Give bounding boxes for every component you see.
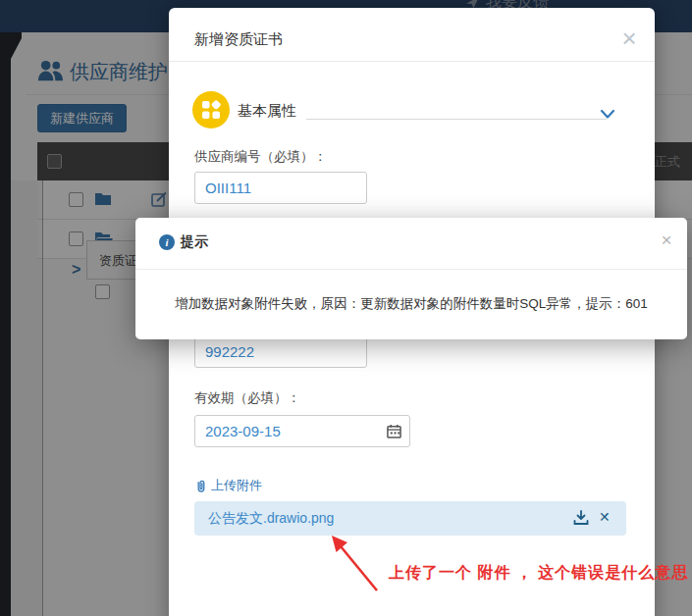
attachment-row: 公告发文.drawio.png ✕ — [194, 501, 626, 536]
valid-until-date-input[interactable] — [194, 415, 410, 447]
cert-no-input[interactable] — [194, 335, 367, 368]
info-icon: i — [159, 234, 175, 250]
calendar-icon[interactable] — [387, 424, 401, 438]
chevron-down-icon[interactable] — [600, 109, 615, 120]
supplier-no-label: 供应商编号（必填）： — [194, 148, 327, 166]
modal-header-divider — [169, 61, 655, 62]
paperclip-icon — [194, 479, 207, 492]
section-divider-line — [306, 119, 607, 120]
remove-attachment-icon[interactable]: ✕ — [599, 509, 611, 525]
modal-close-icon[interactable]: × — [615, 26, 643, 53]
upload-attachment-link[interactable]: 上传附件 — [194, 477, 262, 494]
alert-title: 提示 — [181, 233, 208, 251]
attachment-file-name[interactable]: 公告发文.drawio.png — [208, 510, 334, 528]
section-title: 基本属性 — [238, 102, 296, 121]
download-icon[interactable] — [573, 510, 589, 526]
supplier-no-input[interactable] — [194, 172, 367, 204]
alert-dialog: i 提示 × 增加数据对象附件失败，原因：更新数据对象的附件数量时SQL异常，提… — [135, 218, 687, 339]
app-screenshot: 我要反馈 供应商维护 新建供应商 正式 × — [0, 0, 692, 616]
valid-until-label: 有效期（必填）： — [194, 389, 300, 407]
section-badge — [192, 91, 230, 128]
alert-close-icon[interactable]: × — [656, 230, 677, 251]
modal-title: 新增资质证书 — [194, 30, 283, 49]
alert-message: 增加数据对象附件失败，原因：更新数据对象的附件数量时SQL异常，提示：601 — [135, 295, 687, 313]
category-grid-icon — [201, 100, 221, 120]
alert-header-divider — [135, 269, 687, 270]
upload-link-label: 上传附件 — [211, 477, 262, 494]
annotation-text: 上传了一个 附件 ， 这个错误是什么意思 — [389, 563, 688, 584]
